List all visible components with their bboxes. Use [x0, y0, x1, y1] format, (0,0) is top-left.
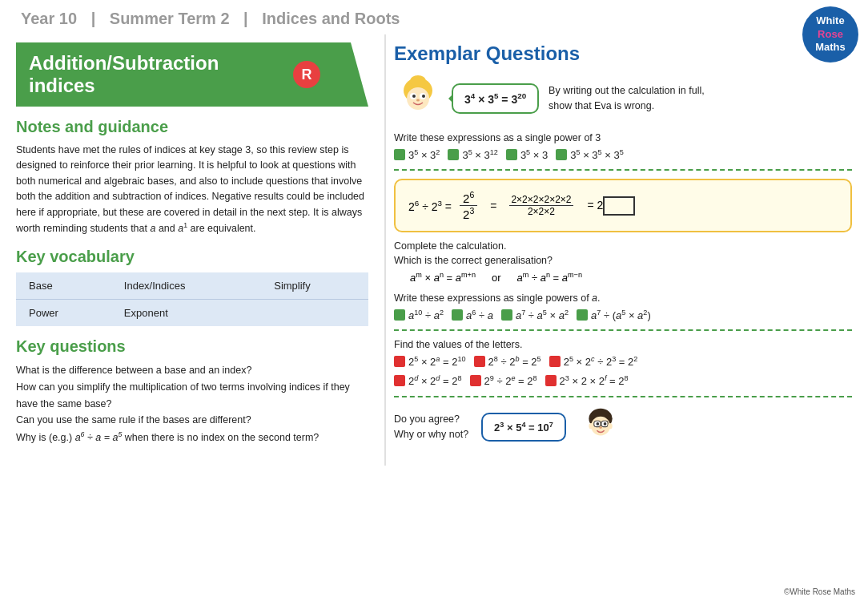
svg-point-17 — [599, 426, 602, 429]
r-badge: R — [293, 61, 320, 88]
generalisation-row: am × an = am+n or am ÷ an = am−n — [410, 271, 852, 284]
green-square-icon — [452, 309, 463, 321]
svg-point-2 — [407, 87, 429, 110]
eva-row: 34 × 35 = 320 By writing out the calcula… — [394, 75, 852, 123]
vocab-row: Power Exponent — [16, 300, 368, 327]
expr-chip: a10 ÷ a2 — [394, 309, 444, 321]
eva-bubble: 34 × 35 = 320 — [452, 83, 539, 114]
green-square-icon — [556, 149, 567, 160]
notes-text: Students have met the rules of indices a… — [16, 143, 368, 236]
agree-row: Do you agree?Why or why not? 23 × 54 = 1… — [394, 405, 852, 450]
dashed-separator — [394, 169, 852, 171]
year-label: Year 10 — [21, 10, 77, 27]
values-row-2: 2d × 2d = 28 29 ÷ 2e = 28 23 × 2 × 2f = … — [394, 374, 852, 387]
expr-chip: 35 × 35 × 35 — [556, 148, 624, 161]
green-square-icon — [394, 309, 405, 321]
val-chip: 25 × 2a = 210 — [394, 355, 466, 368]
complete-text: Complete the calculation. — [394, 240, 852, 252]
green-square-icon — [506, 149, 517, 160]
header-title: Year 10 | Summer Term 2 | Indices and Ro… — [16, 10, 404, 28]
agree-text: Do you agree?Why or why not? — [394, 412, 468, 442]
dashed-separator-2 — [394, 329, 852, 331]
values-row-1: 25 × 2a = 210 28 ÷ 2b = 25 25 × 2c ÷ 23 … — [394, 355, 852, 368]
single-powers-a-label: Write these expressions as single powers… — [394, 292, 852, 304]
red-square-icon — [394, 375, 405, 386]
section-banner: Addition/Subtraction indices R — [16, 42, 368, 107]
val-chip: 28 ÷ 2b = 25 — [474, 355, 541, 368]
generalisation-text: Which is the correct generalisation? — [394, 255, 852, 266]
vocab-exponent: Exponent — [111, 300, 261, 327]
svg-point-6 — [422, 95, 425, 98]
main-content: Addition/Subtraction indices R Notes and… — [0, 34, 868, 466]
expr-row-1: 35 × 32 35 × 312 35 × 3 35 × 35 × 35 — [394, 148, 852, 161]
expr-chip: 35 × 32 — [394, 148, 440, 161]
green-square-icon — [501, 309, 512, 321]
expr-row-2: a10 ÷ a2 a6 ÷ a a7 ÷ a5 × a2 a7 ÷ (a5 × … — [394, 309, 852, 321]
svg-point-19 — [608, 423, 613, 429]
expr-chip: 35 × 3 — [506, 148, 548, 161]
dashed-separator-3 — [394, 396, 852, 397]
svg-point-7 — [416, 99, 420, 102]
exemplar-heading: Exemplar Questions — [394, 42, 852, 65]
val-chip: 25 × 2c ÷ 23 = 22 — [549, 355, 638, 368]
agree-bubble: 23 × 54 = 107 — [481, 413, 566, 442]
gen-option1: am × an = am+n — [410, 271, 476, 284]
svg-point-12 — [596, 422, 599, 426]
vocab-base: Base — [16, 272, 111, 300]
red-square-icon — [545, 375, 557, 386]
vocab-power: Power — [16, 300, 111, 327]
red-square-icon — [474, 356, 485, 367]
questions-text: What is the difference between a base an… — [16, 362, 368, 446]
wrm-logo: White Rose Maths — [802, 6, 858, 63]
expr-chip: 35 × 312 — [448, 148, 497, 161]
boy-character — [579, 405, 623, 450]
svg-point-1 — [410, 75, 426, 87]
green-square-icon — [394, 149, 405, 160]
header: Year 10 | Summer Term 2 | Indices and Ro… — [0, 0, 868, 34]
right-column: Exemplar Questions — [384, 34, 868, 466]
yellow-box: 26 ÷ 23 = 26 23 = 2×2×2×2×2×2 2×2×2 = 2 — [394, 179, 852, 232]
left-column: Addition/Subtraction indices R Notes and… — [0, 34, 384, 466]
vocab-empty — [261, 300, 368, 327]
red-square-icon — [549, 356, 561, 367]
gen-or: or — [492, 272, 501, 284]
answer-box — [603, 196, 635, 216]
single-power-label: Write these expressions as a single powe… — [394, 132, 852, 143]
vocab-heading: Key vocabulary — [16, 248, 368, 266]
val-chip: 23 × 2 × 2f = 28 — [545, 374, 629, 387]
eva-instruction: By writing out the calculation in full,s… — [549, 83, 852, 114]
val-chip: 2d × 2d = 28 — [394, 374, 462, 387]
section-title: Addition/Subtraction indices — [29, 52, 282, 97]
questions-heading: Key questions — [16, 337, 368, 356]
red-square-icon — [394, 356, 405, 367]
eva-character — [394, 75, 442, 123]
vocab-table: Base Index/Indices Simplify Power Expone… — [16, 272, 368, 326]
notes-heading: Notes and guidance — [16, 118, 368, 136]
vocab-simplify: Simplify — [261, 272, 368, 300]
topic-label: Indices and Roots — [262, 10, 400, 27]
val-chip: 29 ÷ 2e = 28 — [470, 374, 537, 387]
green-square-icon — [448, 149, 459, 160]
expr-chip: a7 ÷ a5 × a2 — [501, 309, 569, 321]
svg-point-18 — [589, 423, 593, 429]
green-square-icon — [577, 309, 588, 321]
svg-point-13 — [604, 422, 607, 426]
expr-chip: a6 ÷ a — [452, 309, 493, 321]
red-square-icon — [470, 375, 481, 386]
gen-option2: am ÷ an = am−n — [517, 271, 582, 284]
svg-point-5 — [412, 95, 416, 98]
footer: ©White Rose Maths — [784, 587, 855, 596]
find-values-label: Find the values of the letters. — [394, 339, 852, 350]
vocab-index: Index/Indices — [111, 272, 261, 300]
term-label: Summer Term 2 — [110, 10, 230, 27]
vocab-row: Base Index/Indices Simplify — [16, 272, 368, 300]
expr-chip: a7 ÷ (a5 × a2) — [577, 309, 651, 321]
